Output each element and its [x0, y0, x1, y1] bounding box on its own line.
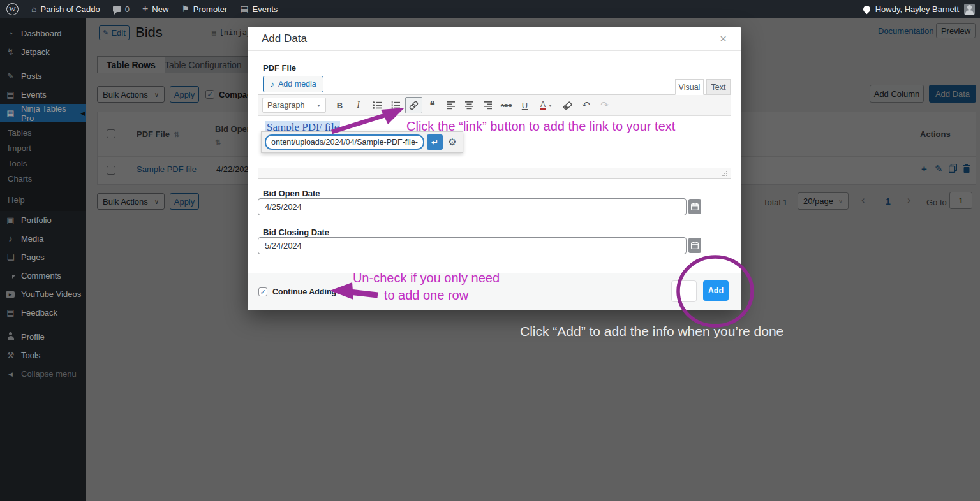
- align-left-button[interactable]: [442, 97, 459, 113]
- site-name: Parish of Caddo: [40, 4, 100, 14]
- continue-adding-checkbox[interactable]: ✓: [258, 287, 267, 296]
- wp-logo-menu[interactable]: W: [0, 0, 25, 18]
- link-settings-button[interactable]: ⚙: [445, 134, 459, 150]
- home-icon: ⌂: [31, 4, 36, 13]
- admin-bar: W ⌂ Parish of Caddo 0 + New ⚑ Promoter ▤…: [0, 0, 980, 18]
- modal-header: Add Data ×: [248, 27, 741, 51]
- promoter-menu[interactable]: ⚑ Promoter: [175, 0, 234, 18]
- close-button[interactable]: [671, 280, 697, 302]
- comment-count: 0: [125, 4, 130, 14]
- link-button[interactable]: [405, 97, 422, 113]
- events-icon: ▤: [240, 4, 248, 13]
- bid-open-date-input[interactable]: [258, 198, 687, 215]
- enter-icon: ↵: [431, 137, 439, 147]
- bold-button[interactable]: B: [331, 97, 348, 113]
- comment-bubble-icon: [113, 6, 121, 12]
- align-right-button[interactable]: [479, 97, 496, 113]
- editor-toolbar: Paragraph ▼ B I ❝: [258, 95, 731, 116]
- bid-closing-calendar-button[interactable]: [688, 238, 701, 253]
- inline-link-popup: ↵ ⚙: [261, 131, 463, 153]
- events-menu[interactable]: ▤ Events: [234, 0, 284, 18]
- align-center-button[interactable]: [461, 97, 478, 113]
- modal-title: Add Data: [262, 33, 307, 45]
- underline-button[interactable]: U: [516, 97, 533, 113]
- screen: W ⌂ Parish of Caddo 0 + New ⚑ Promoter ▤…: [0, 0, 980, 501]
- italic-button[interactable]: I: [350, 97, 367, 113]
- modal-overlay-sidebar: [0, 18, 86, 501]
- redo-button[interactable]: ↷: [596, 97, 613, 113]
- eraser-icon: [563, 101, 572, 110]
- bid-open-calendar-button[interactable]: [688, 199, 701, 214]
- site-name-menu[interactable]: ⌂ Parish of Caddo: [25, 0, 107, 18]
- bid-closing-date-input[interactable]: [258, 237, 687, 254]
- numbered-list-button[interactable]: [387, 97, 404, 113]
- events-label: Events: [253, 4, 278, 14]
- bullet-list-icon: [373, 101, 382, 110]
- calendar-icon: [691, 203, 699, 210]
- gear-icon: ⚙: [448, 136, 456, 148]
- clear-formatting-button[interactable]: [559, 97, 576, 113]
- howdy-label[interactable]: Howdy, Hayley Barnett: [875, 4, 959, 14]
- new-menu[interactable]: + New: [136, 0, 175, 18]
- check-icon: ✓: [260, 288, 265, 296]
- notification-icon[interactable]: [861, 4, 872, 14]
- resize-grip-icon[interactable]: [722, 170, 728, 177]
- dropdown-arrow-icon: ▼: [316, 103, 321, 108]
- strikethrough-button[interactable]: ABC: [498, 97, 515, 113]
- apply-link-button[interactable]: ↵: [427, 134, 443, 150]
- bid-open-date-label: Bid Open Date: [263, 189, 320, 198]
- blockquote-button[interactable]: ❝: [424, 97, 441, 113]
- undo-button[interactable]: ↶: [577, 97, 595, 113]
- add-media-label: Add media: [278, 80, 316, 89]
- calendar-icon: [691, 242, 699, 249]
- modal-add-button[interactable]: Add: [703, 280, 729, 301]
- paragraph-label: Paragraph: [267, 101, 304, 110]
- link-icon: [409, 101, 419, 110]
- add-data-modal: Add Data × PDF File ♪ Add media Visual T…: [248, 27, 741, 310]
- bullet-list-button[interactable]: [368, 97, 385, 113]
- text-color-button[interactable]: A ▼: [535, 97, 558, 113]
- plus-icon: +: [142, 4, 148, 14]
- tab-text[interactable]: Text: [706, 79, 731, 95]
- promoter-label: Promoter: [193, 4, 227, 14]
- pdf-file-label: PDF File: [263, 63, 296, 73]
- wordpress-logo-icon: W: [6, 3, 19, 15]
- bid-closing-date-label: Bid Closing Date: [263, 228, 329, 237]
- link-url-input[interactable]: [265, 134, 424, 150]
- modal-footer: ✓ Continue Adding: [248, 273, 741, 310]
- align-left-icon: [447, 101, 456, 110]
- editor: Paragraph ▼ B I ❝: [258, 94, 731, 179]
- dropdown-arrow-icon: ▼: [548, 103, 553, 108]
- close-icon[interactable]: ×: [720, 32, 727, 46]
- flag-icon: ⚑: [181, 4, 189, 13]
- paragraph-dropdown[interactable]: Paragraph ▼: [262, 98, 326, 113]
- text-color-a: A: [540, 101, 546, 110]
- continue-adding-label: Continue Adding: [272, 287, 336, 296]
- tab-visual[interactable]: Visual: [675, 79, 704, 95]
- numbered-list-icon: [391, 101, 400, 110]
- comments-menu[interactable]: 0: [107, 0, 136, 18]
- editor-status-bar: [258, 168, 731, 178]
- add-media-button[interactable]: ♪ Add media: [263, 76, 323, 92]
- media-icon: ♪: [270, 79, 274, 89]
- align-center-icon: [465, 101, 474, 110]
- avatar[interactable]: [964, 4, 975, 15]
- new-label: New: [152, 4, 168, 14]
- align-right-icon: [484, 101, 493, 110]
